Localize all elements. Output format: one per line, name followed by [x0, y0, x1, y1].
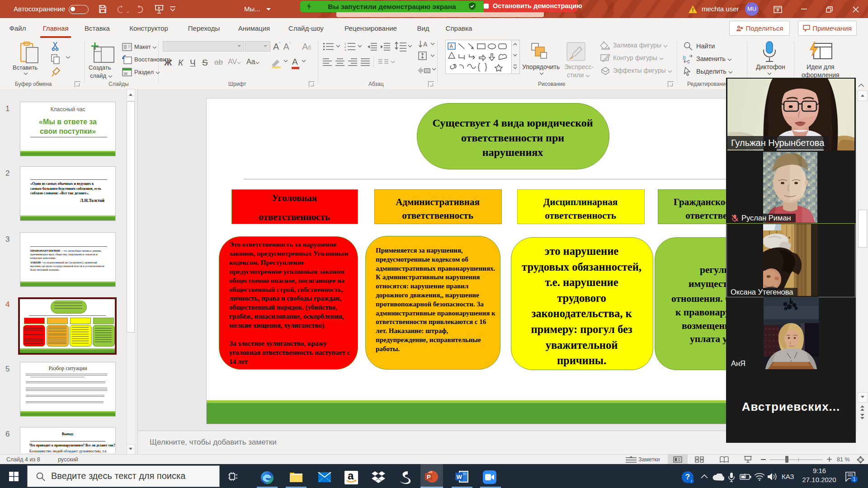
svg-text:W: W	[457, 474, 462, 480]
svg-text:2: 2	[344, 46, 346, 48]
svg-text:1: 1	[344, 42, 346, 45]
svg-text:c: c	[687, 58, 690, 64]
svg-text:A: A	[450, 43, 453, 49]
svg-text:b: b	[683, 55, 686, 61]
svg-text:3: 3	[344, 49, 346, 51]
svg-text:P: P	[427, 474, 431, 480]
svg-text:А: А	[423, 41, 428, 48]
